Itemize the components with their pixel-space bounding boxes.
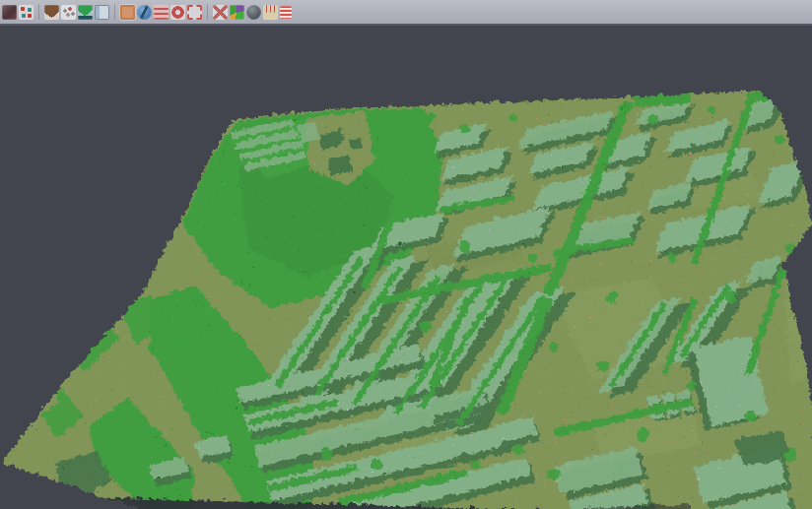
point-cloud-canvas[interactable] — [0, 26, 812, 509]
toolbar-separator — [114, 4, 115, 20]
points-icon[interactable] — [61, 5, 76, 20]
sphere-icon[interactable] — [246, 5, 261, 20]
main-toolbar — [0, 0, 812, 26]
align-icon[interactable] — [19, 5, 34, 20]
globe-icon[interactable] — [137, 5, 152, 20]
crop-icon[interactable] — [187, 5, 202, 20]
panel-icon[interactable] — [95, 5, 109, 20]
photos-icon[interactable] — [2, 5, 17, 20]
stripes-icon[interactable] — [280, 6, 292, 19]
ring-icon[interactable] — [170, 5, 185, 20]
rows-icon[interactable] — [154, 5, 169, 20]
classes-icon[interactable] — [230, 5, 244, 20]
orthomosaic-icon[interactable] — [120, 5, 135, 20]
ruler-icon[interactable] — [263, 5, 278, 20]
toolbar-separator — [207, 4, 208, 20]
dem-icon[interactable] — [78, 5, 93, 20]
viewport-3d[interactable] — [0, 26, 812, 509]
mountain-icon[interactable] — [44, 5, 59, 20]
toolbar-separator — [38, 4, 39, 20]
texture-icon[interactable] — [213, 5, 228, 20]
app-window — [0, 0, 812, 509]
